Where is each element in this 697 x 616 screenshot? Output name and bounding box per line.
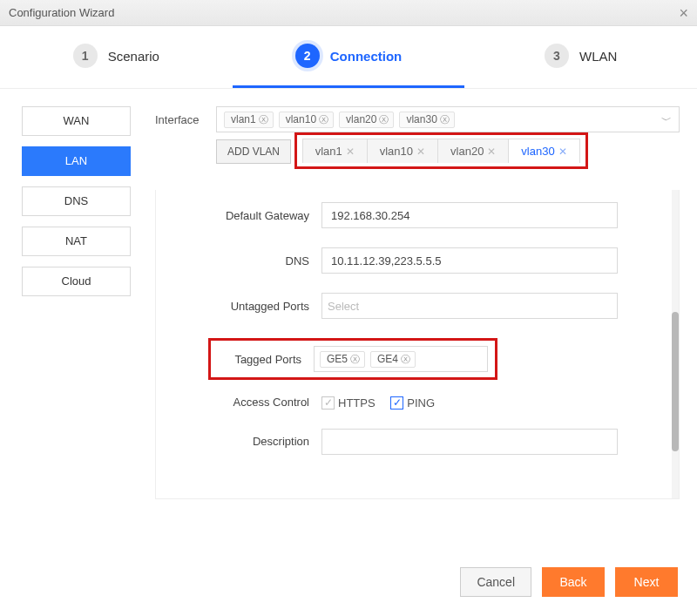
checkbox-icon: ✓ <box>321 396 335 410</box>
close-icon[interactable]: ✕ <box>346 146 355 158</box>
step-label: Connection <box>330 49 403 64</box>
interface-select[interactable]: vlan1ⓧ vlan10ⓧ vlan20ⓧ vlan30ⓧ ﹀ <box>216 106 680 132</box>
next-button[interactable]: Next <box>615 567 678 597</box>
add-vlan-button[interactable]: ADD VLAN <box>216 139 291 164</box>
sidebar-item-dns[interactable]: DNS <box>22 186 131 216</box>
https-checkbox[interactable]: ✓ HTTPS <box>321 396 376 410</box>
step-number-icon: 1 <box>73 44 98 68</box>
untagged-ports-select[interactable]: Select <box>321 293 618 319</box>
access-control-label: Access Control <box>156 396 321 409</box>
interface-tag[interactable]: vlan30ⓧ <box>399 112 454 128</box>
close-icon[interactable]: ✕ <box>416 146 425 158</box>
remove-icon[interactable]: ⓧ <box>259 113 268 126</box>
vlan-tab[interactable]: vlan10✕ <box>368 139 438 163</box>
close-icon[interactable]: × <box>679 0 688 26</box>
dns-input[interactable] <box>321 247 618 274</box>
remove-icon[interactable]: ⓧ <box>401 353 410 366</box>
highlight-tagged-ports: Tagged Ports GE5ⓧ GE4ⓧ <box>208 338 497 380</box>
footer: Cancel Back Next <box>0 555 697 616</box>
ping-checkbox[interactable]: ✓ PING <box>390 396 435 410</box>
checkbox-label: HTTPS <box>338 396 376 410</box>
remove-icon[interactable]: ⓧ <box>379 113 389 126</box>
interface-tag[interactable]: vlan10ⓧ <box>279 112 334 128</box>
dns-label: DNS <box>156 254 321 267</box>
description-label: Description <box>156 435 321 448</box>
step-scenario[interactable]: 1 Scenario <box>0 26 233 88</box>
sidebar-item-lan[interactable]: LAN <box>22 146 131 176</box>
step-wlan[interactable]: 3 WLAN <box>464 26 697 88</box>
remove-icon[interactable]: ⓧ <box>440 113 450 126</box>
vlan-tab[interactable]: vlan1✕ <box>302 139 368 163</box>
vlan-tab[interactable]: vlan20✕ <box>438 139 509 163</box>
placeholder-text: Select <box>328 300 359 313</box>
gateway-label: Default Gateway <box>156 209 321 222</box>
untagged-label: Untagged Ports <box>156 300 321 313</box>
step-label: WLAN <box>579 49 617 64</box>
interface-tag[interactable]: vlan1ⓧ <box>224 112 274 128</box>
tagged-ports-select[interactable]: GE5ⓧ GE4ⓧ <box>314 346 488 372</box>
remove-icon[interactable]: ⓧ <box>319 113 328 126</box>
gateway-input[interactable] <box>321 202 618 228</box>
description-input[interactable] <box>321 429 618 455</box>
step-label: Scenario <box>108 49 159 64</box>
close-icon[interactable]: ✕ <box>558 146 567 158</box>
step-connection[interactable]: 2 Connection <box>233 26 465 88</box>
tagged-label: Tagged Ports <box>218 353 314 366</box>
sidebar: WAN LAN DNS NAT Cloud <box>22 106 131 564</box>
checkbox-icon: ✓ <box>390 396 403 410</box>
window-title: Configuration Wizard <box>9 0 114 26</box>
sidebar-item-nat[interactable]: NAT <box>22 227 131 256</box>
checkbox-label: PING <box>407 396 435 410</box>
scrollbar-thumb[interactable] <box>672 312 679 451</box>
back-button[interactable]: Back <box>542 567 605 597</box>
highlight-vlan-tabs: vlan1✕ vlan10✕ vlan20✕ vlan30✕ <box>294 132 588 169</box>
port-tag[interactable]: GE4ⓧ <box>370 351 416 368</box>
chevron-down-icon: ﹀ <box>661 113 672 128</box>
close-icon[interactable]: ✕ <box>487 146 496 158</box>
interface-tag[interactable]: vlan20ⓧ <box>339 112 394 128</box>
sidebar-item-wan[interactable]: WAN <box>22 106 131 136</box>
vlan-tab[interactable]: vlan30✕ <box>509 139 579 163</box>
form-panel: Default Gateway DNS Untagged Ports Selec… <box>155 190 680 499</box>
remove-icon[interactable]: ⓧ <box>350 353 360 366</box>
port-tag[interactable]: GE5ⓧ <box>320 351 365 368</box>
sidebar-item-cloud[interactable]: Cloud <box>22 267 131 296</box>
stepper: 1 Scenario 2 Connection 3 WLAN <box>0 26 697 89</box>
cancel-button[interactable]: Cancel <box>460 567 531 597</box>
step-number-icon: 3 <box>545 44 569 68</box>
interface-label: Interface <box>155 113 207 126</box>
step-number-icon: 2 <box>295 44 320 68</box>
